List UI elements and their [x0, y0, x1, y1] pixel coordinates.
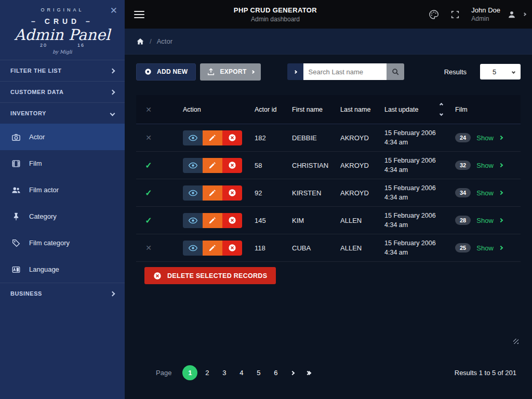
- page-button-1[interactable]: 1: [182, 365, 197, 380]
- sort-asc-icon[interactable]: [440, 103, 443, 107]
- menu-toggle-icon[interactable]: [134, 9, 144, 20]
- table-row: ✓ 58 CHRISTIAN AKROYD 15 Febru: [136, 152, 521, 179]
- show-films-link[interactable]: Show: [476, 189, 494, 197]
- sidebar-section-customer-data[interactable]: CUSTOMER DATA: [0, 81, 125, 102]
- show-films-link[interactable]: Show: [476, 134, 494, 142]
- page-button-2[interactable]: 2: [200, 365, 215, 380]
- column-header-first-name[interactable]: First name: [291, 106, 339, 113]
- show-films-link[interactable]: Show: [476, 217, 494, 224]
- chevron-right-icon[interactable]: [499, 246, 502, 249]
- view-button[interactable]: [183, 185, 203, 201]
- user-avatar-icon: [507, 10, 516, 19]
- results-info: Results 1 to 5 of 201: [455, 369, 516, 377]
- results-per-page-select[interactable]: 5: [480, 64, 521, 79]
- sidebar-item-category[interactable]: Category: [0, 203, 125, 230]
- language-icon: [11, 265, 21, 274]
- cell-actor-id: 182: [244, 134, 291, 142]
- delete-button[interactable]: [222, 185, 242, 201]
- row-select-toggle[interactable]: ✓: [136, 161, 161, 170]
- delete-button[interactable]: [222, 241, 242, 256]
- column-header-actor-id[interactable]: Actor id: [244, 106, 291, 113]
- resize-handle[interactable]: [513, 339, 518, 344]
- edit-button[interactable]: [203, 241, 222, 256]
- sidebar-item-film-category[interactable]: Film category: [0, 230, 125, 256]
- pagination: Page 1 2 3 4 5 6 Results 1 to 5 of 201: [125, 365, 532, 399]
- delete-selected-button[interactable]: DELETE SELECTED RECORDS: [144, 267, 276, 284]
- edit-button[interactable]: [203, 158, 222, 173]
- chevron-right-icon: [294, 70, 297, 73]
- view-button[interactable]: [183, 213, 203, 228]
- row-select-toggle[interactable]: ✕: [136, 244, 161, 252]
- fullscreen-icon[interactable]: [450, 10, 460, 19]
- sidebar-item-actor[interactable]: Actor: [0, 124, 125, 150]
- page-button-3[interactable]: 3: [217, 365, 232, 380]
- film-count-badge: 25: [455, 243, 471, 252]
- delete-button[interactable]: [222, 130, 242, 145]
- edit-button[interactable]: [203, 130, 222, 145]
- show-films-link[interactable]: Show: [476, 244, 494, 252]
- x-circle-icon: [153, 272, 162, 280]
- row-select-toggle[interactable]: ✓: [136, 188, 161, 198]
- sidebar-item-film[interactable]: Film: [0, 150, 125, 177]
- chevron-right-icon[interactable]: [499, 164, 502, 167]
- sidebar-item-label: Film category: [29, 239, 70, 247]
- sort-desc-icon[interactable]: [440, 112, 443, 116]
- column-header-film: Film: [455, 106, 521, 113]
- last-page-button[interactable]: [301, 365, 316, 380]
- chevron-down-icon: [110, 111, 115, 116]
- update-date: 15 February 2006: [384, 238, 455, 248]
- export-button[interactable]: EXPORT: [200, 63, 260, 81]
- chevron-down-icon: [512, 70, 515, 73]
- theme-palette-icon[interactable]: [429, 9, 439, 20]
- delete-button[interactable]: [222, 213, 242, 228]
- cell-last-update: 15 February 2006 4:34 am: [383, 238, 455, 257]
- sidebar-item-language[interactable]: Language: [0, 256, 125, 283]
- next-page-button[interactable]: [285, 365, 300, 380]
- sidebar-section-filter-the-list[interactable]: FILTER THE LIST: [0, 60, 125, 81]
- delete-button[interactable]: [222, 158, 242, 173]
- logo-crud-text: – CRUD –: [0, 17, 125, 25]
- row-action-group: [183, 158, 242, 173]
- cell-film: 28 Show: [455, 216, 521, 225]
- header-title-block: PHP CRUD GENERATOR Admin dashboard: [213, 6, 338, 23]
- sidebar-close-icon[interactable]: ✕: [110, 5, 117, 16]
- column-header-last-update[interactable]: Last update: [383, 103, 455, 115]
- grid-toolbar: ADD NEW EXPORT: [136, 63, 521, 81]
- page-button-4[interactable]: 4: [234, 365, 249, 380]
- cell-last-name: ALLEN: [339, 217, 383, 224]
- column-header-last-name[interactable]: Last name: [339, 106, 383, 113]
- view-button[interactable]: [183, 158, 203, 173]
- view-button[interactable]: [183, 241, 203, 256]
- app-root: ✕ ORIGINAL – CRUD – Admin Panel 20 16 by…: [0, 0, 532, 399]
- edit-button[interactable]: [203, 213, 222, 228]
- row-select-toggle[interactable]: ✓: [136, 216, 161, 225]
- search-input[interactable]: [303, 63, 387, 80]
- sidebar-item-film-actor[interactable]: Film actor: [0, 177, 125, 203]
- export-label: EXPORT: [220, 68, 246, 75]
- edit-button[interactable]: [203, 185, 222, 201]
- page-button-6[interactable]: 6: [268, 365, 283, 380]
- add-record-icon: [144, 68, 152, 75]
- view-button[interactable]: [183, 130, 203, 145]
- table-row: ✕ 118 CUBA ALLEN 15 February 2: [136, 234, 521, 262]
- chevron-right-icon[interactable]: [499, 136, 502, 139]
- sidebar-section-business[interactable]: BUSINESS: [0, 283, 125, 304]
- table-row: ✓ 92 KIRSTEN AKROYD 15 Februar: [136, 179, 521, 207]
- select-all-toggle[interactable]: ✕: [136, 105, 161, 114]
- search-submit-button[interactable]: [387, 63, 404, 80]
- update-time: 4:34 am: [384, 220, 455, 230]
- user-menu[interactable]: John Doe Admin: [471, 6, 526, 22]
- page-button-5[interactable]: 5: [251, 365, 266, 380]
- chevron-right-icon[interactable]: [499, 191, 502, 194]
- sidebar-section-inventory[interactable]: INVENTORY: [0, 102, 125, 124]
- add-new-button[interactable]: ADD NEW: [136, 63, 196, 81]
- row-select-toggle[interactable]: ✕: [136, 134, 161, 142]
- chevron-right-icon[interactable]: [499, 219, 502, 222]
- show-films-link[interactable]: Show: [476, 162, 494, 169]
- chevron-right-icon: [110, 89, 115, 95]
- search-options-button[interactable]: [287, 63, 303, 80]
- cell-film: 25 Show: [455, 243, 521, 252]
- cell-last-name: ALLEN: [339, 244, 383, 252]
- cell-actor-id: 58: [244, 162, 291, 169]
- home-icon[interactable]: [136, 37, 144, 46]
